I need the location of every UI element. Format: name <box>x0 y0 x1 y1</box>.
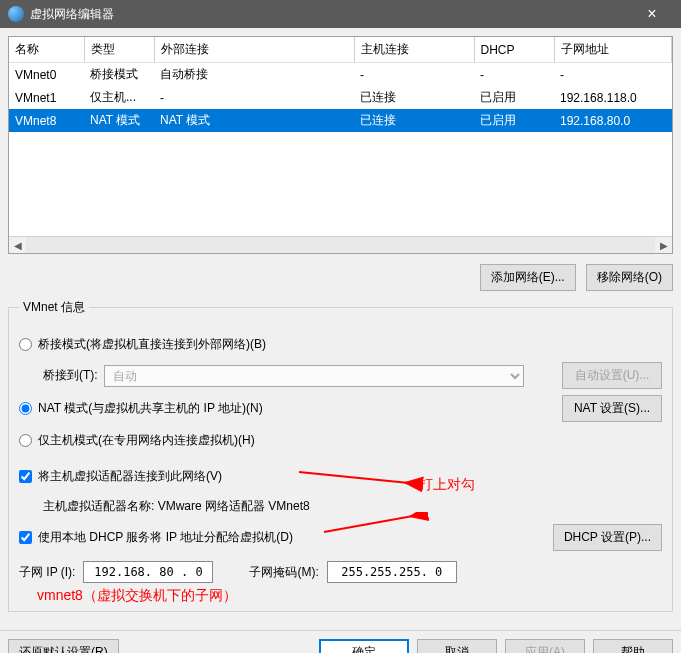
host-adapter-label: 将主机虚拟适配器连接到此网络(V) <box>38 468 222 485</box>
subnet-mask-input[interactable] <box>327 561 457 583</box>
col-type[interactable]: 类型 <box>84 37 154 63</box>
dhcp-settings-button[interactable]: DHCP 设置(P)... <box>553 524 662 551</box>
dhcp-label: 使用本地 DHCP 服务将 IP 地址分配给虚拟机(D) <box>38 529 293 546</box>
annotation-subnet-note: vmnet8（虚拟交换机下的子网） <box>37 587 662 605</box>
nat-settings-button[interactable]: NAT 设置(S)... <box>562 395 662 422</box>
host-adapter-name: 主机虚拟适配器名称: VMware 网络适配器 VMnet8 <box>43 498 310 515</box>
col-subnet[interactable]: 子网地址 <box>554 37 672 63</box>
app-icon <box>8 6 24 22</box>
close-button[interactable]: × <box>631 5 673 23</box>
window-title: 虚拟网络编辑器 <box>30 6 114 23</box>
scroll-right-icon[interactable]: ▶ <box>655 237 672 254</box>
hostonly-label: 仅主机模式(在专用网络内连接虚拟机)(H) <box>38 432 255 449</box>
hostonly-radio[interactable] <box>19 434 32 447</box>
table-row[interactable]: VMnet0桥接模式自动桥接--- <box>9 63 672 87</box>
subnet-ip-label: 子网 IP (I): <box>19 564 75 581</box>
help-button[interactable]: 帮助 <box>593 639 673 653</box>
subnet-ip-input[interactable] <box>83 561 213 583</box>
scroll-left-icon[interactable]: ◀ <box>9 237 26 254</box>
col-external[interactable]: 外部连接 <box>154 37 354 63</box>
col-name[interactable]: 名称 <box>9 37 84 63</box>
table-row[interactable]: VMnet1仅主机...-已连接已启用192.168.118.0 <box>9 86 672 109</box>
restore-defaults-button[interactable]: 还原默认设置(R) <box>8 639 119 653</box>
bridge-to-label: 桥接到(T): <box>43 367 98 384</box>
title-bar: 虚拟网络编辑器 × <box>0 0 681 28</box>
bridge-to-select: 自动 <box>104 365 524 387</box>
annotation-check-note: 打上对勾 <box>419 476 475 494</box>
dhcp-checkbox[interactable] <box>19 531 32 544</box>
vmnet-info-group: VMnet 信息 桥接模式(将虚拟机直接连接到外部网络)(B) 桥接到(T): … <box>8 299 673 612</box>
bridged-radio[interactable] <box>19 338 32 351</box>
subnet-mask-label: 子网掩码(M): <box>249 564 318 581</box>
apply-button: 应用(A) <box>505 639 585 653</box>
auto-settings-button: 自动设置(U)... <box>562 362 662 389</box>
host-adapter-checkbox[interactable] <box>19 470 32 483</box>
nat-radio[interactable] <box>19 402 32 415</box>
add-network-button[interactable]: 添加网络(E)... <box>480 264 576 291</box>
col-dhcp[interactable]: DHCP <box>474 37 554 63</box>
network-table[interactable]: 名称 类型 外部连接 主机连接 DHCP 子网地址 VMnet0桥接模式自动桥接… <box>8 36 673 254</box>
cancel-button[interactable]: 取消 <box>417 639 497 653</box>
ok-button[interactable]: 确定 <box>319 639 409 653</box>
remove-network-button[interactable]: 移除网络(O) <box>586 264 673 291</box>
table-row[interactable]: VMnet8NAT 模式NAT 模式已连接已启用192.168.80.0 <box>9 109 672 132</box>
bridged-label: 桥接模式(将虚拟机直接连接到外部网络)(B) <box>38 336 266 353</box>
nat-label: NAT 模式(与虚拟机共享主机的 IP 地址)(N) <box>38 400 263 417</box>
fieldset-legend: VMnet 信息 <box>19 299 89 316</box>
col-host[interactable]: 主机连接 <box>354 37 474 63</box>
horizontal-scrollbar[interactable]: ◀ ▶ <box>9 236 672 253</box>
